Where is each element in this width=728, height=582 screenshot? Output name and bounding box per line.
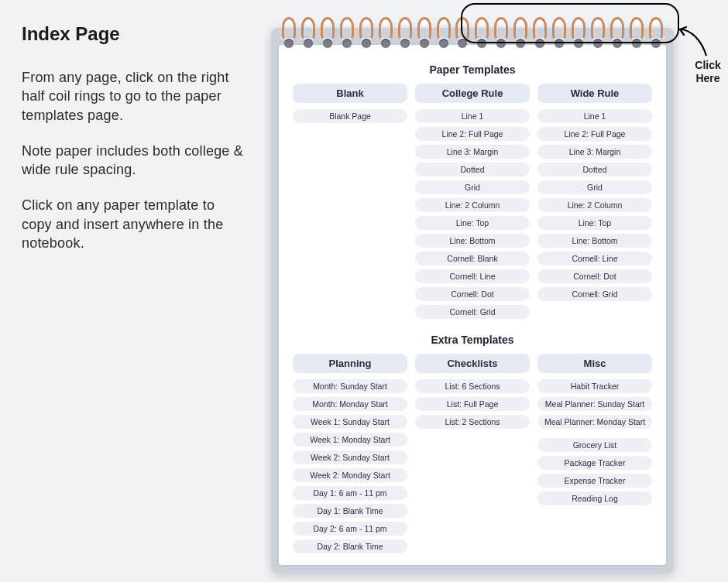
instruction-paragraph: Click on any paper tem­plate to copy and… [22,196,246,252]
template-link[interactable]: Blank Page [293,109,407,123]
template-link[interactable]: Cornell: Grid [537,287,652,301]
instruction-paragraph: Note paper includes both college & wide … [22,142,246,180]
template-column: College RuleLine 1Line 2: Full PageLine … [415,84,530,323]
template-link[interactable]: Week 1: Monday Start [293,433,407,447]
template-link[interactable]: Month: Sunday Start [293,379,407,393]
coil-ring-left [417,17,431,50]
column-header: Wide Rule [537,84,652,103]
column-header: Checklists [415,354,530,373]
section-title-extra: Extra Templates [293,334,652,346]
template-link[interactable]: Line: 2 Column [415,198,530,212]
template-link[interactable]: Line: Bottom [415,234,530,248]
template-link[interactable]: Dotted [537,163,652,176]
template-link[interactable]: Habit Tracker [537,379,652,393]
coil-ring-left [379,17,393,50]
template-link[interactable]: Line 3: Margin [415,145,530,159]
template-link[interactable]: Grid [415,180,530,194]
coil-ring-right[interactable] [513,17,527,50]
template-link[interactable]: Week 1: Sunday Start [293,415,407,429]
template-link[interactable]: Dotted [415,163,530,176]
template-link[interactable]: Line 3: Margin [537,145,652,159]
coil-ring-left [340,17,354,50]
template-column: MiscHabit TrackerMeal Planner: Sunday St… [537,354,652,557]
template-link[interactable]: Cornell: Grid [415,305,530,319]
template-link[interactable]: Reading Log [537,491,652,505]
spacer [537,433,652,438]
coil-ring-right[interactable] [630,17,644,50]
coil-ring-left [359,17,373,50]
template-link[interactable]: Line: 2 Column [537,198,652,212]
template-link[interactable]: Line: Top [537,216,652,230]
template-link[interactable]: Cornell: Line [537,252,652,265]
template-link[interactable]: Package Tracker [537,456,652,470]
coil-ring-right[interactable] [649,17,663,50]
template-link[interactable]: Meal Planner: Sunday Start [537,397,652,411]
template-link[interactable]: Line: Bottom [537,234,652,248]
template-column: BlankBlank Page [293,84,407,323]
coil-ring-left [301,17,315,50]
template-column: PlanningMonth: Sunday StartMonth: Monday… [293,354,407,557]
coil-ring-right[interactable] [552,17,566,50]
template-link[interactable]: Line 2: Full Page [537,127,652,141]
page-title: Index Page [22,23,246,45]
callout-label: Click Here [689,59,726,85]
template-link[interactable]: Line 1 [537,109,652,123]
template-link[interactable]: Meal Planner: Monday Start [537,415,652,429]
coil-ring-left [398,17,412,50]
template-link[interactable]: Grocery List [537,438,652,452]
column-header: Planning [293,354,407,373]
template-link[interactable]: Day 2: 6 am - 11 pm [293,522,407,536]
template-link[interactable]: List: 6 Sections [415,379,530,393]
notebook: Paper Templates BlankBlank PageCollege R… [271,15,674,573]
coil-ring-right[interactable] [533,17,547,50]
template-link[interactable]: Day 1: 6 am - 11 pm [293,486,407,500]
section-title-paper: Paper Templates [293,63,652,76]
template-link[interactable]: List: Full Page [415,397,530,411]
template-link[interactable]: Line: Top [415,216,530,230]
coil-ring-right[interactable] [610,17,624,50]
column-header: College Rule [415,84,530,103]
template-link[interactable]: Line 1 [415,109,530,123]
callout-arrow-icon [675,25,709,59]
column-header: Misc [537,354,652,373]
template-link[interactable]: Day 1: Blank Time [293,504,407,518]
coil-ring-right[interactable] [572,17,585,50]
template-link[interactable]: Cornell: Blank [415,252,530,265]
template-link[interactable]: Expense Tracker [537,474,652,488]
template-link[interactable]: Grid [537,180,652,194]
column-header: Blank [293,84,407,103]
instruction-paragraph: From any page, click on the right half c… [22,68,246,125]
coil-ring-left [437,17,451,50]
template-link[interactable]: List: 2 Sections [415,415,530,429]
template-link[interactable]: Cornell: Dot [537,269,652,283]
coil-ring-left [455,17,469,50]
coil-ring-left [321,17,335,50]
notebook-page: Paper Templates BlankBlank PageCollege R… [279,45,666,565]
template-link[interactable]: Week 2: Sunday Start [293,450,407,464]
coil-ring-right[interactable] [591,17,605,50]
template-link[interactable]: Month: Monday Start [293,397,407,411]
paper-columns: BlankBlank PageCollege RuleLine 1Line 2:… [293,84,652,323]
coil-ring-right[interactable] [494,17,508,50]
coil-ring-left [282,17,296,50]
left-column: Index Page From any page, click on the r… [22,23,246,269]
template-column: Wide RuleLine 1Line 2: Full PageLine 3: … [537,84,652,323]
coil-ring-right[interactable] [475,17,489,50]
template-link[interactable]: Day 2: Blank Time [293,539,407,553]
template-column: ChecklistsList: 6 SectionsList: Full Pag… [415,354,530,557]
extra-columns: PlanningMonth: Sunday StartMonth: Monday… [293,354,652,557]
template-link[interactable]: Week 2: Monday Start [293,468,407,482]
template-link[interactable]: Cornell: Line [415,269,530,283]
template-link[interactable]: Cornell: Dot [415,287,530,301]
template-link[interactable]: Line 2: Full Page [415,127,530,141]
